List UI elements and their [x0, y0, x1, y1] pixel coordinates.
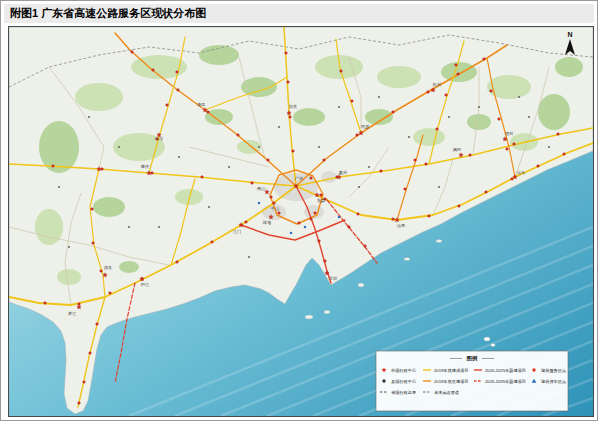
island	[404, 258, 410, 261]
service-area-point	[310, 218, 313, 221]
legend-item-label: 现状服务区点	[541, 368, 566, 373]
city-label: 韶关	[289, 104, 297, 109]
service-area-point	[83, 381, 86, 384]
county-center-dot	[448, 116, 450, 118]
service-area-point	[351, 100, 354, 103]
county-center-dot	[318, 146, 320, 148]
vegetation-patch	[75, 83, 123, 111]
service-area-point	[166, 104, 169, 107]
service-area-point	[323, 159, 326, 162]
service-area-point	[380, 170, 383, 173]
service-area-point	[490, 90, 493, 93]
service-area-point	[44, 302, 47, 305]
vegetation-patch	[93, 197, 125, 217]
city-label: 惠州	[338, 170, 347, 175]
county-center-dot	[338, 106, 340, 108]
city-label: 云浮	[155, 136, 164, 141]
map-title: 附图1 广东省高速公路服务区现状分布图	[4, 4, 594, 23]
city-label: 潮州	[504, 131, 513, 136]
city-label: 中山	[271, 206, 279, 211]
service-area-point	[100, 270, 103, 273]
service-area-point	[457, 73, 460, 76]
county-center-dot	[478, 106, 480, 108]
city-label: 汕头	[517, 170, 526, 175]
service-area-point	[78, 402, 81, 405]
county-center-dot	[68, 246, 70, 248]
service-area-point	[131, 51, 134, 54]
service-area-point	[278, 212, 281, 215]
guangdong-service-area-map: 湛江茂名阳江江门广州深圳珠海佛山东莞惠州汕尾揭阳汕头潮州梅州河源韶关清远肇庆云浮…	[9, 27, 593, 416]
service-area-point	[485, 191, 488, 194]
city-label: 肇庆	[141, 164, 150, 169]
vegetation-patch	[538, 94, 570, 130]
legend-dot-icon	[382, 379, 385, 382]
vegetation-patch	[467, 114, 491, 130]
service-area-point	[364, 245, 367, 248]
service-area-point	[318, 240, 321, 243]
county-center-dot	[378, 96, 380, 98]
island	[305, 315, 313, 319]
service-area-point	[392, 111, 395, 114]
legend-item-label: 未来高速通道	[434, 390, 459, 395]
service-area-point	[151, 172, 154, 175]
service-area-point	[287, 81, 290, 84]
service-area-point	[513, 143, 516, 146]
legend-item-label: 2026-2035年新建项目	[485, 379, 526, 384]
vegetation-patch	[57, 269, 81, 285]
county-center-dot	[408, 136, 410, 138]
vegetation-patch	[365, 109, 393, 125]
service-area-point	[428, 215, 431, 218]
service-area-point	[445, 94, 448, 97]
service-area-point	[324, 260, 327, 263]
service-area-point	[537, 165, 540, 168]
service-area-point	[176, 71, 179, 74]
city-label: 江门	[233, 229, 241, 234]
service-area-point	[91, 208, 94, 211]
map-frame: 湛江茂名阳江江门广州深圳珠海佛山东莞惠州汕尾揭阳汕头潮州梅州河源韶关清远肇庆云浮…	[8, 26, 594, 417]
service-area-point	[356, 134, 359, 137]
city-label: 佛山	[257, 186, 265, 191]
service-area-point	[298, 222, 301, 225]
city-label: 河源	[361, 124, 370, 129]
parking-area-point	[338, 216, 340, 218]
island	[324, 310, 330, 314]
service-area-point	[310, 177, 313, 180]
county-center-dot	[118, 146, 120, 148]
service-area-point	[314, 212, 317, 215]
service-area-point	[101, 168, 104, 171]
city-label: 茂名	[104, 265, 112, 270]
service-area-point	[270, 196, 273, 199]
city-label: 阳江	[141, 282, 150, 287]
service-area-point	[96, 323, 99, 326]
legend-item-label: 2019年底建成项目	[434, 368, 468, 373]
county-center-dot	[228, 166, 230, 168]
service-area-point	[436, 128, 439, 131]
vegetation-patch	[377, 66, 421, 88]
service-area-point	[292, 150, 295, 153]
service-area-point	[237, 134, 240, 137]
service-area-point	[340, 70, 343, 73]
city-label: 清远	[197, 102, 205, 107]
county-center-dot	[88, 116, 90, 118]
county-center-dot	[128, 226, 130, 228]
service-area-point	[152, 69, 155, 72]
county-center-dot	[278, 126, 280, 128]
service-area-point	[285, 52, 288, 55]
city-label: 湛江	[68, 311, 77, 316]
county-center-dot	[58, 186, 60, 188]
service-area-point	[404, 188, 407, 191]
service-area-point	[455, 64, 458, 67]
legend-item-label: 2020-2025年新建项目	[485, 368, 526, 373]
vegetation-patch	[119, 261, 139, 273]
parking-area-point	[290, 232, 292, 234]
service-area-point	[89, 352, 92, 355]
service-area-point	[392, 218, 395, 221]
vegetation-patch	[35, 209, 63, 245]
service-area-point	[251, 182, 254, 185]
service-area-point	[357, 213, 360, 216]
county-center-dot	[548, 146, 550, 148]
city-label: 深圳	[329, 276, 337, 281]
city-label: 珠海	[263, 220, 272, 225]
county-center-dot	[208, 206, 210, 208]
county-center-dot	[368, 166, 370, 168]
